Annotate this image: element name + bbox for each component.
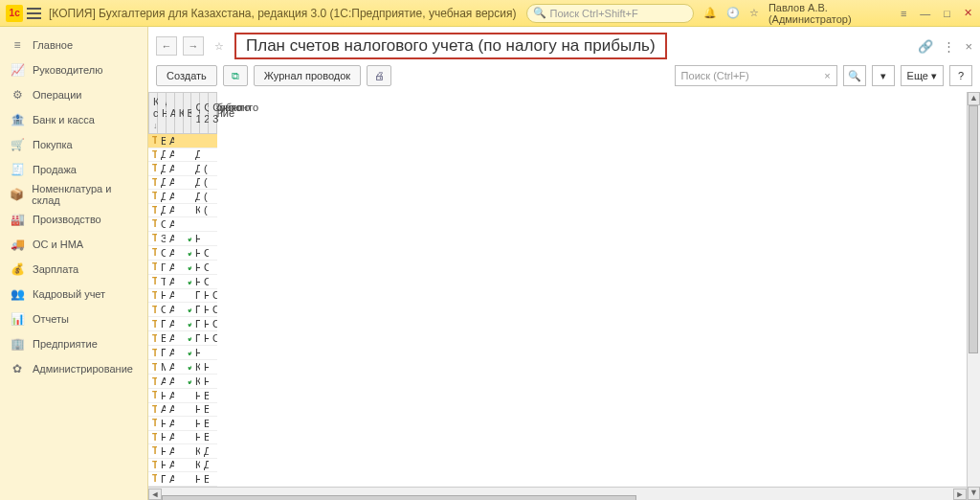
sidebar-item-label: Покупка (33, 139, 73, 150)
sub1-cell: Подразделения (191, 331, 200, 346)
tab-close-icon[interactable]: × (965, 39, 972, 54)
sub3-cell (209, 134, 217, 148)
table-row[interactable]: To 1010НДенежные средства в кассе и на б… (148, 162, 217, 176)
menu-icon[interactable] (27, 8, 41, 19)
sidebar-item-11[interactable]: 📊Отчеты (0, 307, 147, 331)
horizontal-scrollbar[interactable]: ◄ ► (148, 487, 967, 500)
table-row[interactable]: To 1421ННалог на добавленную стоимость к… (148, 431, 217, 445)
table-row[interactable]: To 1021НДенежные средства в путиАДенежны… (148, 190, 217, 204)
global-search[interactable]: 🔍 Поиск Ctrl+Shift+F (526, 4, 694, 23)
vr-cell (183, 431, 191, 444)
search-button[interactable]: 🔍 (843, 65, 866, 86)
table-search[interactable]: Поиск (Ctrl+F) × (675, 65, 837, 86)
table-row[interactable]: To 1330НТоварыА✓НоменклатураСклады (148, 275, 217, 289)
sidebar-item-7[interactable]: 🏭Производство (0, 207, 147, 232)
maximize-icon[interactable]: □ (942, 8, 952, 19)
vr-cell (183, 162, 191, 175)
close-icon[interactable]: ✕ (962, 7, 974, 19)
table-row[interactable]: To 1423ННДС, уплачиваемый налоговым аген… (148, 459, 217, 473)
column-header[interactable]: Субконто 3 (209, 93, 217, 134)
table-row[interactable]: To 1020НДенежные средства в путиАДенежны… (148, 176, 217, 191)
search-dropdown[interactable]: ▾ (872, 65, 895, 86)
column-header[interactable]: Наименование (157, 93, 166, 134)
sidebar-item-label: Банк и касса (33, 114, 95, 125)
link-icon[interactable]: 🔗 (918, 39, 933, 54)
sidebar-item-1[interactable]: 📈Руководителю (0, 57, 147, 82)
table-row[interactable]: To 10НОборотные активыА (148, 217, 217, 232)
table-row[interactable]: To 1022НДенежные средства в пути конверт… (148, 204, 217, 218)
scroll-down-icon[interactable]: ▼ (968, 487, 980, 500)
scroll-right-icon[interactable]: ► (953, 489, 967, 500)
kol-cell (174, 417, 183, 430)
sidebar-item-3[interactable]: 🏦Банк и касса (0, 107, 147, 132)
clear-search-icon[interactable]: × (824, 70, 830, 81)
table-row[interactable]: To 1700НПрочие активыА (148, 487, 217, 488)
sidebar-item-12[interactable]: 🏢Предприятие (0, 331, 147, 356)
scroll-left-icon[interactable]: ◄ (148, 489, 162, 500)
journal-button[interactable]: Журнал проводок (254, 65, 361, 86)
table-row[interactable]: To 1422ННалог на добавленную стоимость (… (148, 444, 217, 459)
help-button[interactable]: ? (949, 65, 972, 86)
sub3-cell (209, 431, 217, 444)
sidebar-item-13[interactable]: ✿Администрирование (0, 356, 147, 381)
copy-button[interactable]: ⧉ (223, 65, 248, 86)
sub1-cell: Подразделения (191, 289, 200, 303)
star-icon[interactable]: ☆ (749, 7, 759, 19)
table-row[interactable]: To 1370НАктив по праву на возврат запасо… (148, 375, 217, 389)
sidebar-item-10[interactable]: 👥Кадровый учет (0, 282, 147, 307)
sidebar-item-5[interactable]: 🧾Продажа (0, 157, 147, 182)
column-header[interactable]: Кол. (174, 93, 183, 134)
user-label[interactable]: Павлов А.В. (Администратор) (768, 2, 889, 25)
vertical-scrollbar[interactable]: ▲ ▼ (967, 92, 980, 500)
table-row[interactable]: To 1410НАвансовые платежи по корпоративн… (148, 403, 217, 418)
back-button[interactable]: ← (156, 36, 177, 56)
table-row[interactable]: To 1420ННДС к возмещениюАНалоги, сборы, … (148, 417, 217, 431)
minimize-icon[interactable]: — (918, 8, 932, 19)
sub3-cell (209, 217, 217, 231)
clock-icon[interactable]: 🕘 (726, 7, 740, 19)
name-cell: Основное производство (157, 303, 166, 317)
tab-menu-icon[interactable]: ⋮ (943, 39, 955, 54)
sub1-cell: Налоги, сборы, отчисления (191, 403, 200, 417)
create-button[interactable]: Создать (156, 65, 217, 86)
sidebar-item-0[interactable]: ≡Главное (0, 33, 147, 57)
forward-button[interactable]: → (183, 36, 204, 56)
table-row[interactable]: To 1340ННезавершенное производствоАПодра… (148, 289, 217, 304)
column-header[interactable]: Код счета (149, 93, 158, 134)
sidebar-item-label: Кадровый учет (33, 288, 105, 300)
bell-icon[interactable]: 🔔 (703, 7, 717, 19)
akt-cell: А (166, 275, 174, 289)
name-cell: Денежные средства в пути (157, 190, 166, 203)
table-row[interactable]: To 000НВспомогательныйАП (148, 134, 217, 148)
table-row[interactable]: To 1400ННалоговые активыАНалоги, сборы, … (148, 389, 217, 403)
column-header[interactable]: ВР (183, 93, 191, 134)
table-row[interactable]: To 1310НСырье и материалыА✓НоменклатураС… (148, 246, 217, 261)
table-row[interactable]: To 1350НПрочие запасыА✓Номенклатура (148, 346, 217, 360)
scroll-up-icon[interactable]: ▲ (968, 92, 980, 105)
sub1-cell: Налоги, сборы, отчисления (191, 472, 200, 486)
column-header[interactable]: Акт. (166, 93, 174, 134)
sidebar-item-2[interactable]: ⚙Операции (0, 82, 147, 107)
sidebar-item-4[interactable]: 🛒Покупка (0, 132, 147, 157)
column-header[interactable]: Субконто 1 (191, 93, 200, 134)
table-row[interactable]: To 1341НОсновное производствоА✓Подраздел… (148, 303, 217, 317)
table-row[interactable]: To 1320НГотовая продукцияА✓НоменклатураС… (148, 261, 217, 275)
menu-dots-icon[interactable]: ≡ (899, 8, 908, 19)
scrollbar-thumb-v[interactable] (969, 105, 978, 353)
sidebar-item-9[interactable]: 💰Зарплата (0, 257, 147, 282)
table-row[interactable]: To 1000НДенежные средстваАДенежные средс… (148, 148, 217, 163)
sidebar-item-label: Номенклатура и склад (32, 183, 138, 206)
table-row[interactable]: To 1342НПолуфабрикаты собственного произ… (148, 317, 217, 331)
kol-cell (174, 444, 183, 458)
table-row[interactable]: To 1430НПрочие налоговые активыАНалоги, … (148, 472, 217, 487)
favorite-star-icon[interactable]: ☆ (210, 40, 229, 53)
sidebar-item-6[interactable]: 📦Номенклатура и склад (0, 182, 147, 207)
table-row[interactable]: To 1300НЗапасыА✓Номенклатура (148, 232, 217, 246)
sidebar-item-8[interactable]: 🚚ОС и НМА (0, 232, 147, 257)
column-header[interactable]: Субконто 2 (200, 93, 209, 134)
scrollbar-thumb[interactable] (162, 495, 636, 501)
table-row[interactable]: To 1351НМатериалы переданные в переработ… (148, 360, 217, 375)
print-button[interactable]: 🖨 (367, 65, 391, 86)
more-button[interactable]: Еще▾ (901, 65, 944, 86)
table-row[interactable]: To 1343НВспомогательные производстваА✓По… (148, 331, 217, 346)
